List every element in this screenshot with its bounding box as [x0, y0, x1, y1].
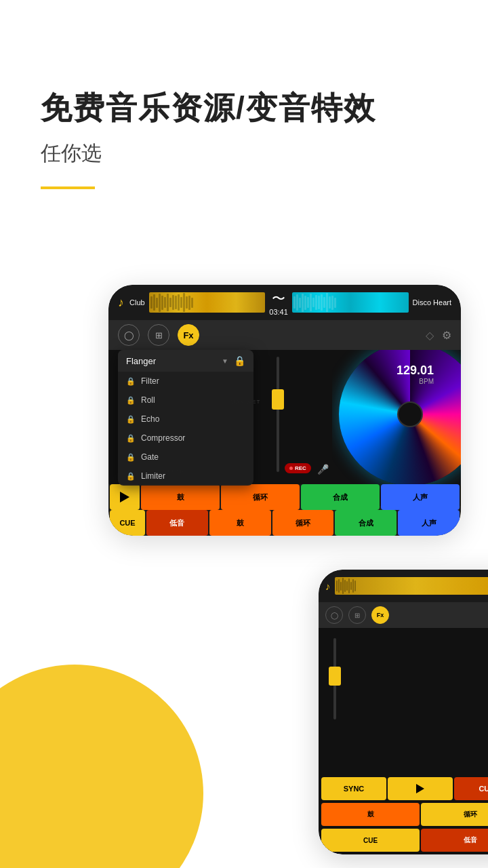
btn-bass[interactable]: 低音 — [146, 510, 208, 536]
btn-loop-1[interactable]: 循环 — [221, 484, 300, 510]
music-note-icon: ♪ — [118, 296, 124, 310]
vinyl-area: 129.01 BPM — [332, 350, 461, 506]
fx-item-compressor[interactable]: 🔒 Compressor — [118, 429, 253, 448]
phone2-controls: ◯ ⊞ Fx — [319, 602, 488, 628]
controls-row: ◯ ⊞ Fx ◇ ⚙ — [108, 320, 461, 350]
phone-mockup-1: ♪ Club — [108, 285, 461, 536]
phone2-play-icon — [416, 784, 424, 793]
fx-dropdown: Flanger ▼ 🔒 🔒 Filter 🔒 Roll 🔒 Echo 🔒 Com… — [118, 350, 253, 486]
lock-icon-echo: 🔒 — [126, 415, 136, 424]
heartbeat-icon: 〜 — [272, 291, 285, 306]
play-button[interactable] — [110, 484, 140, 510]
fx-item-label-filter: Filter — [141, 376, 159, 386]
fx-item-roll[interactable]: 🔒 Roll — [118, 391, 253, 410]
dj-header: ♪ Club — [108, 285, 461, 320]
rec-label: REC — [295, 465, 306, 471]
main-title: 免费音乐资源/变音特效 — [41, 88, 447, 129]
phone2-btn-b1[interactable]: 鼓 — [321, 803, 420, 826]
phone2-fx-btn[interactable]: Fx — [371, 606, 389, 624]
phone2-fader-handle[interactable] — [329, 667, 341, 686]
header-section: 免费音乐资源/变音特效 任你选 — [41, 88, 447, 189]
bottom-row-2: CUE 低音 鼓 循环 合成 人声 — [108, 510, 461, 536]
fx-btn[interactable]: Fx — [178, 324, 199, 346]
fx-selected: Flanger — [126, 356, 216, 366]
phone2-btn-b2[interactable]: 循环 — [421, 803, 488, 826]
fx-item-label-echo: Echo — [141, 414, 159, 424]
rec-button[interactable]: REC — [285, 463, 311, 473]
fx-dropdown-header: Flanger ▼ 🔒 — [118, 350, 253, 372]
phone2-btn-c1[interactable]: CUE — [321, 829, 420, 852]
waveform-left — [149, 292, 266, 313]
fx-item-label-roll: Roll — [141, 395, 155, 405]
bpm-display: 129.01 BPM — [396, 363, 434, 385]
phone2-note-icon: ♪ — [325, 580, 331, 592]
yellow-divider — [41, 186, 95, 189]
btn-synth-2[interactable]: 合成 — [335, 510, 396, 536]
phone2-header: ♪ Club — [319, 570, 488, 602]
phone2-main: SYNC CUE 鼓 循环 CUE 低音 — [319, 628, 488, 854]
sub-title: 任你选 — [41, 140, 447, 167]
fx-item-label-compressor: Compressor — [141, 433, 185, 443]
phone2-row2: 鼓 循环 — [321, 803, 488, 826]
phone2-fader-track — [333, 638, 336, 719]
btn-vocal-2[interactable]: 人声 — [398, 510, 460, 536]
dj-app-screen-2: ♪ Club ◯ ⊞ Fx — [319, 570, 488, 854]
btn-vocal-1[interactable]: 人声 — [381, 484, 460, 510]
sync-button[interactable]: SYNC — [321, 777, 386, 800]
fx-lock-icon[interactable]: 🔒 — [234, 355, 245, 366]
fx-item-label-gate: Gate — [141, 452, 159, 462]
phone-mockup-2: ♪ Club ◯ ⊞ Fx — [319, 570, 488, 854]
lock-icon-gate: 🔒 — [126, 453, 136, 462]
lock-icon-roll: 🔒 — [126, 396, 136, 405]
track-name-right: Disco Heart — [413, 298, 451, 307]
phone2-cue-button[interactable]: CUE — [454, 777, 488, 800]
btn-drum-2[interactable]: 鼓 — [209, 510, 271, 536]
header-center: 〜 03:41 — [269, 290, 288, 316]
fx-item-echo[interactable]: 🔒 Echo — [118, 410, 253, 429]
bottom-row-1: 鼓 循环 合成 人声 — [108, 484, 461, 510]
fader-track — [277, 357, 279, 472]
fx-arrow-icon[interactable]: ▼ — [222, 357, 228, 365]
lock-icon-compressor: 🔒 — [126, 434, 136, 443]
lock-icon-limiter: 🔒 — [126, 472, 136, 481]
phone2-btn-c2[interactable]: 低音 — [421, 829, 488, 852]
fx-item-limiter[interactable]: 🔒 Limiter — [118, 467, 253, 486]
fx-item-gate[interactable]: 🔒 Gate — [118, 448, 253, 467]
rec-dot — [289, 467, 293, 470]
bpm-label: BPM — [396, 378, 434, 385]
lock-icon-filter: 🔒 — [126, 377, 136, 386]
btn-loop-2[interactable]: 循环 — [272, 510, 334, 536]
phone2-eq-btn[interactable]: ◯ — [325, 606, 343, 624]
header-left: ♪ Club — [118, 296, 145, 310]
waveform-right — [292, 292, 409, 313]
phone2-play-button[interactable] — [388, 777, 453, 800]
fader-handle[interactable] — [272, 389, 284, 410]
vinyl-center — [397, 401, 423, 427]
dj-app-screen-1: ♪ Club — [108, 285, 461, 536]
phone2-row3: CUE 低音 — [321, 829, 488, 852]
time-display: 03:41 — [269, 308, 288, 316]
diamond-icon[interactable]: ◇ — [426, 329, 434, 342]
phone2-sync-row: SYNC CUE — [321, 777, 488, 800]
mic-icon[interactable]: 🎤 — [317, 464, 329, 475]
decoration-circle — [0, 665, 203, 868]
track-name-left: Club — [129, 298, 145, 307]
btn-drum-1[interactable]: 鼓 — [141, 484, 220, 510]
cue-button[interactable]: CUE — [110, 510, 145, 536]
play-icon — [120, 492, 129, 502]
fx-item-filter[interactable]: 🔒 Filter — [118, 372, 253, 391]
btn-synth-1[interactable]: 合成 — [301, 484, 380, 510]
fx-item-label-limiter: Limiter — [141, 471, 165, 481]
gear-icon[interactable]: ⚙ — [442, 329, 451, 342]
phone2-mixer-btn[interactable]: ⊞ — [348, 606, 366, 624]
mixer-btn[interactable]: ⊞ — [148, 324, 169, 346]
bpm-number: 129.01 — [396, 363, 434, 378]
eq-btn[interactable]: ◯ — [118, 324, 140, 346]
